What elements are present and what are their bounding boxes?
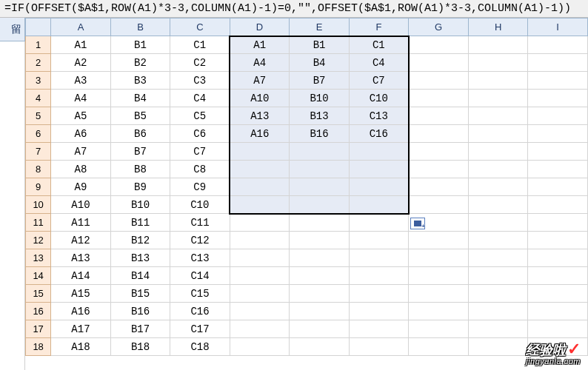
cell[interactable]: C9	[170, 178, 230, 196]
cell[interactable]: A7	[51, 143, 111, 161]
cell[interactable]	[409, 178, 469, 196]
cell[interactable]	[349, 178, 409, 196]
cell[interactable]	[230, 143, 290, 161]
cell[interactable]	[468, 338, 528, 356]
cell[interactable]	[349, 196, 409, 214]
sheet-table[interactable]: ABCDEFGHI1A1B1C1A1B1C12A2B2C2A4B4C43A3B3…	[25, 18, 588, 356]
select-all-corner[interactable]	[26, 18, 51, 36]
cell[interactable]	[290, 196, 350, 214]
cell[interactable]	[290, 303, 350, 320]
cell[interactable]	[468, 72, 528, 90]
cell[interactable]: B7	[290, 72, 350, 90]
formula-bar[interactable]: =IF(OFFSET($A$1,ROW(A1)*3-3,COLUMN(A1)-1…	[0, 0, 588, 18]
cell[interactable]: C10	[170, 196, 230, 214]
row-header-13[interactable]: 13	[26, 249, 51, 267]
cell[interactable]: A8	[51, 161, 111, 178]
cell[interactable]: C4	[349, 54, 409, 72]
cell[interactable]: C11	[170, 214, 230, 232]
cell[interactable]: A12	[51, 232, 111, 249]
cell[interactable]	[230, 178, 290, 196]
cell[interactable]	[349, 232, 409, 249]
cell[interactable]	[349, 143, 409, 161]
cell[interactable]	[349, 320, 409, 338]
cell[interactable]	[409, 303, 469, 320]
cell[interactable]	[468, 36, 528, 54]
cell[interactable]	[290, 285, 350, 303]
cell[interactable]: A9	[51, 178, 111, 196]
cell[interactable]: A13	[51, 249, 111, 267]
cell[interactable]	[349, 338, 409, 356]
cell[interactable]	[528, 143, 588, 161]
cell[interactable]: C7	[170, 143, 230, 161]
cell[interactable]	[230, 161, 290, 178]
cell[interactable]	[409, 90, 469, 107]
row-header-17[interactable]: 17	[26, 320, 51, 338]
cell[interactable]	[528, 54, 588, 72]
cell[interactable]: A2	[51, 54, 111, 72]
cell[interactable]: B7	[110, 143, 170, 161]
row-header-18[interactable]: 18	[26, 338, 51, 356]
cell[interactable]: C5	[170, 107, 230, 125]
cell[interactable]: C16	[349, 125, 409, 143]
cell[interactable]	[290, 161, 350, 178]
cell[interactable]: B17	[110, 320, 170, 338]
cell[interactable]	[528, 178, 588, 196]
cell[interactable]	[409, 232, 469, 249]
cell[interactable]	[349, 214, 409, 232]
cell[interactable]: A7	[230, 72, 290, 90]
cell[interactable]: A15	[51, 285, 111, 303]
cell[interactable]	[528, 72, 588, 90]
cell[interactable]	[468, 249, 528, 267]
cell[interactable]	[290, 249, 350, 267]
cell[interactable]: B1	[110, 36, 170, 54]
cell[interactable]	[290, 143, 350, 161]
cell[interactable]: C6	[170, 125, 230, 143]
cell[interactable]: B5	[110, 107, 170, 125]
cell[interactable]	[528, 320, 588, 338]
row-header-3[interactable]: 3	[26, 72, 51, 90]
cell[interactable]	[409, 72, 469, 90]
row-header-15[interactable]: 15	[26, 285, 51, 303]
cell[interactable]	[230, 320, 290, 338]
cell[interactable]	[468, 196, 528, 214]
cell[interactable]: B4	[110, 90, 170, 107]
cell[interactable]: C1	[170, 36, 230, 54]
cell[interactable]	[468, 161, 528, 178]
row-header-16[interactable]: 16	[26, 303, 51, 320]
cell[interactable]: A18	[51, 338, 111, 356]
cell[interactable]	[409, 196, 469, 214]
row-header-9[interactable]: 9	[26, 178, 51, 196]
cell[interactable]: A16	[230, 125, 290, 143]
cell[interactable]	[468, 107, 528, 125]
cell[interactable]	[468, 285, 528, 303]
cell[interactable]	[468, 125, 528, 143]
cell[interactable]	[230, 303, 290, 320]
cell[interactable]: C7	[349, 72, 409, 90]
cell[interactable]	[409, 125, 469, 143]
cell[interactable]	[409, 143, 469, 161]
cell[interactable]: A3	[51, 72, 111, 90]
cell[interactable]: A6	[51, 125, 111, 143]
cell[interactable]	[349, 249, 409, 267]
row-header-8[interactable]: 8	[26, 161, 51, 178]
cell[interactable]: B16	[110, 303, 170, 320]
cell[interactable]	[528, 36, 588, 54]
cell[interactable]	[528, 303, 588, 320]
row-header-10[interactable]: 10	[26, 196, 51, 214]
cell[interactable]: A5	[51, 107, 111, 125]
row-header-4[interactable]: 4	[26, 90, 51, 107]
cell[interactable]	[468, 320, 528, 338]
cell[interactable]: C10	[349, 90, 409, 107]
cell[interactable]	[409, 285, 469, 303]
cell[interactable]	[230, 267, 290, 285]
cell[interactable]: C16	[170, 303, 230, 320]
cell[interactable]: C8	[170, 161, 230, 178]
column-header-G[interactable]: G	[409, 18, 469, 36]
cell[interactable]	[528, 249, 588, 267]
cell[interactable]	[528, 214, 588, 232]
cell[interactable]	[468, 303, 528, 320]
cell[interactable]: C13	[170, 249, 230, 267]
column-header-I[interactable]: I	[528, 18, 588, 36]
cell[interactable]: C17	[170, 320, 230, 338]
cell[interactable]: A10	[51, 196, 111, 214]
